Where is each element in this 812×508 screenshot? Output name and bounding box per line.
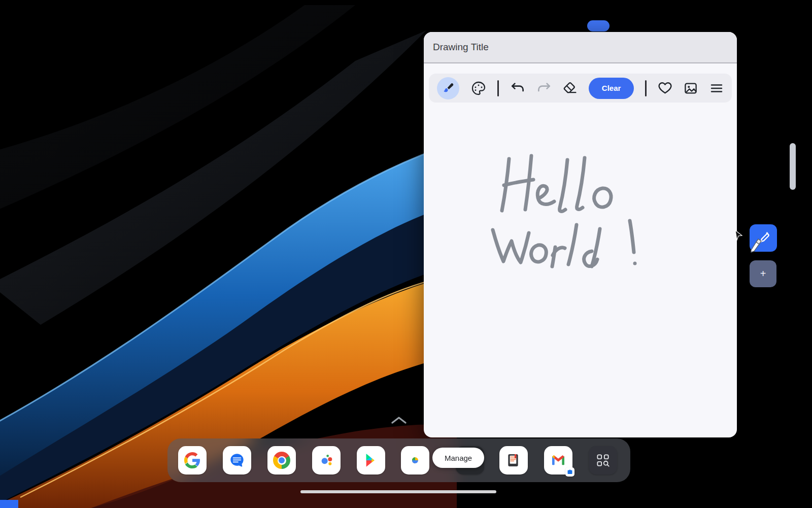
chrome-icon xyxy=(273,452,290,469)
eraser-button[interactable] xyxy=(562,81,578,96)
manage-button[interactable]: Manage xyxy=(432,448,484,468)
app-icon-google[interactable] xyxy=(178,446,207,475)
palette-button[interactable] xyxy=(470,80,487,96)
gmail-m-icon xyxy=(550,452,566,468)
redo-button[interactable] xyxy=(536,81,552,95)
app-icon-play-store[interactable] xyxy=(357,446,385,475)
menu-button[interactable] xyxy=(709,81,724,95)
taskbar-dock: Manage xyxy=(167,438,630,482)
app-icon-gmail[interactable] xyxy=(544,446,572,475)
app-icon-books[interactable] xyxy=(499,446,528,475)
toolbar-divider xyxy=(497,80,499,96)
stylus-pointer-icon xyxy=(748,237,763,253)
google-g-icon xyxy=(184,452,200,468)
app-drawer-button[interactable] xyxy=(589,446,617,475)
plus-label: + xyxy=(760,268,766,280)
favorite-button[interactable] xyxy=(658,81,672,95)
add-note-button[interactable]: + xyxy=(750,260,776,287)
palette-icon xyxy=(470,80,487,96)
insert-image-button[interactable] xyxy=(683,81,698,96)
edge-scrollbar[interactable] xyxy=(790,143,796,190)
app-icon-messages[interactable] xyxy=(223,446,251,475)
desktop: Drawing Title xyxy=(0,0,812,508)
briefcase-icon xyxy=(567,469,573,475)
messages-bubble-icon xyxy=(229,452,245,468)
assistant-icon xyxy=(318,452,334,468)
eraser-icon xyxy=(562,81,578,96)
app-drawer-search-icon xyxy=(594,452,612,469)
book-icon xyxy=(505,452,522,468)
undo-button[interactable] xyxy=(510,81,525,95)
brush-tool-button[interactable] xyxy=(437,77,459,99)
corner-accent xyxy=(0,500,18,508)
play-store-icon xyxy=(363,452,379,468)
drawing-toolbar: Clear xyxy=(429,74,732,103)
redo-icon xyxy=(536,81,552,95)
heart-icon xyxy=(658,81,672,95)
image-icon xyxy=(683,81,698,96)
window-titlebar[interactable]: Drawing Title xyxy=(424,32,737,63)
hamburger-menu-icon xyxy=(709,81,724,95)
mouse-cursor-icon xyxy=(734,229,743,242)
app-icon-assistant[interactable] xyxy=(312,446,341,475)
window-title: Drawing Title xyxy=(433,42,489,53)
photos-pinwheel-icon xyxy=(407,452,423,468)
home-indicator[interactable] xyxy=(300,490,496,493)
work-profile-badge xyxy=(565,467,574,477)
undo-icon xyxy=(510,81,525,95)
drawing-app-window: Drawing Title xyxy=(424,32,737,437)
app-icon-photos[interactable] xyxy=(401,446,429,475)
brush-icon xyxy=(442,82,455,95)
clear-button[interactable]: Clear xyxy=(589,78,634,99)
toolbar-divider xyxy=(645,80,647,96)
manage-label: Manage xyxy=(445,454,472,462)
chevron-up-icon[interactable] xyxy=(390,415,408,425)
app-icon-chrome[interactable] xyxy=(267,446,296,475)
drawing-canvas[interactable] xyxy=(424,108,737,392)
window-drag-handle[interactable] xyxy=(587,20,610,31)
